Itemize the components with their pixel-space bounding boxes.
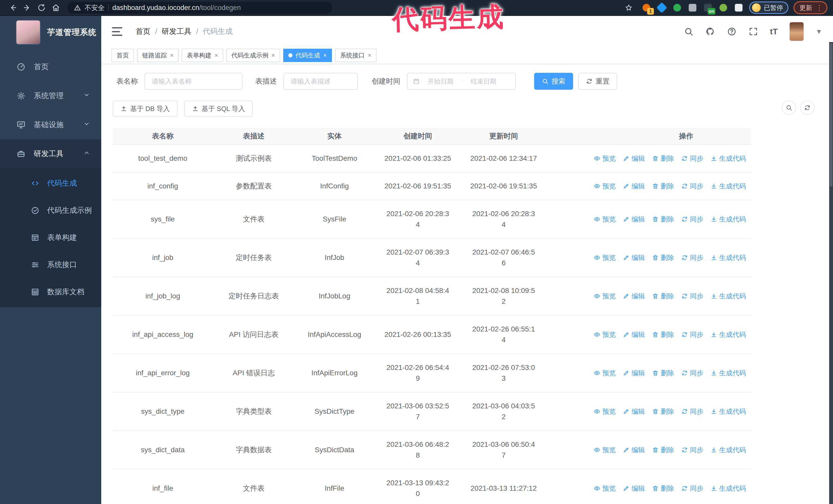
delete-link[interactable]: 删除 <box>652 483 674 494</box>
browser-forward-button[interactable] <box>20 1 34 15</box>
extension-blue-gem-icon[interactable] <box>657 2 667 13</box>
generate-code-link[interactable]: 生成代码 <box>711 329 746 340</box>
extension-orange-icon[interactable]: 1 <box>641 2 652 13</box>
delete-link[interactable]: 删除 <box>652 181 674 192</box>
sync-link[interactable]: 同步 <box>681 291 703 302</box>
browser-profile-badge[interactable]: 已暂停 <box>749 2 788 14</box>
hamburger-icon[interactable] <box>112 27 122 36</box>
tab-close-icon[interactable]: × <box>323 52 327 59</box>
edit-link[interactable]: 编辑 <box>623 153 645 164</box>
extension-grid-icon[interactable] <box>687 2 698 13</box>
browser-menu-icon[interactable]: ⋮ <box>816 4 823 12</box>
tab-0[interactable]: 首页 <box>112 49 134 62</box>
tab-close-icon[interactable]: × <box>170 52 173 59</box>
refresh-list-button[interactable] <box>800 100 814 115</box>
sync-link[interactable]: 同步 <box>681 445 703 455</box>
tab-2[interactable]: 表单构建× <box>182 49 223 62</box>
extension-puzzle-icon[interactable] <box>733 2 744 13</box>
sidebar-item-2[interactable]: 基础设施 <box>0 110 101 139</box>
generate-code-link[interactable]: 生成代码 <box>711 483 746 494</box>
avatar-caret-icon[interactable]: ▼ <box>815 28 822 35</box>
start-date-input[interactable] <box>424 78 457 85</box>
delete-link[interactable]: 删除 <box>652 291 674 302</box>
preview-link[interactable]: 预览 <box>594 214 616 224</box>
generate-code-link[interactable]: 生成代码 <box>711 291 746 302</box>
sync-link[interactable]: 同步 <box>681 153 703 164</box>
delete-link[interactable]: 删除 <box>652 445 674 455</box>
submenu-item-4[interactable]: 数据库文档 <box>0 279 101 306</box>
submenu-item-0[interactable]: 代码生成 <box>0 170 101 197</box>
browser-back-button[interactable] <box>6 1 20 15</box>
browser-reload-button[interactable] <box>34 1 49 15</box>
preview-link[interactable]: 预览 <box>594 291 616 302</box>
edit-link[interactable]: 编辑 <box>623 329 645 340</box>
scrollbar-thumb[interactable] <box>830 43 832 187</box>
import-db-button[interactable]: 基于 DB 导入 <box>113 100 177 117</box>
submenu-item-2[interactable]: 表单构建 <box>0 224 101 251</box>
preview-link[interactable]: 预览 <box>594 406 616 417</box>
preview-link[interactable]: 预览 <box>594 483 616 494</box>
generate-code-link[interactable]: 生成代码 <box>711 252 746 263</box>
delete-link[interactable]: 删除 <box>652 406 674 417</box>
tab-close-icon[interactable]: × <box>215 52 218 59</box>
submenu-item-1[interactable]: 代码生成示例 <box>0 197 101 224</box>
delete-link[interactable]: 删除 <box>652 252 674 263</box>
edit-link[interactable]: 编辑 <box>623 368 645 378</box>
address-bar[interactable]: 不安全 dashboard.yudao.iocoder.cn/tool/code… <box>67 2 332 14</box>
tab-close-icon[interactable]: × <box>271 52 275 59</box>
edit-link[interactable]: 编辑 <box>623 445 645 455</box>
sync-link[interactable]: 同步 <box>681 368 703 378</box>
extension-dark-on-icon[interactable]: on <box>703 2 713 13</box>
page-scrollbar[interactable] <box>829 42 833 504</box>
extension-green-key-icon[interactable] <box>718 2 729 13</box>
search-button[interactable]: 搜索 <box>534 73 573 90</box>
insecure-label[interactable]: 不安全 <box>85 3 104 12</box>
table-desc-input[interactable] <box>284 73 358 90</box>
bookmark-star-icon[interactable] <box>622 1 636 15</box>
generate-code-link[interactable]: 生成代码 <box>711 368 746 378</box>
sync-link[interactable]: 同步 <box>681 406 703 417</box>
tab-3[interactable]: 代码生成示例× <box>226 49 280 62</box>
app-logo[interactable]: 芋道管理系统 <box>0 16 101 49</box>
user-avatar[interactable] <box>789 22 804 41</box>
generate-code-link[interactable]: 生成代码 <box>711 153 746 164</box>
breadcrumb-devtools[interactable]: 研发工具 <box>162 26 191 37</box>
browser-update-button[interactable]: 更新 ⋮ <box>793 1 827 14</box>
help-icon[interactable] <box>727 27 737 37</box>
generate-code-link[interactable]: 生成代码 <box>711 445 746 455</box>
generate-code-link[interactable]: 生成代码 <box>711 406 746 417</box>
generate-code-link[interactable]: 生成代码 <box>711 181 746 192</box>
delete-link[interactable]: 删除 <box>652 368 674 378</box>
edit-link[interactable]: 编辑 <box>623 181 645 192</box>
import-sql-button[interactable]: 基于 SQL 导入 <box>184 100 253 117</box>
sync-link[interactable]: 同步 <box>681 252 703 263</box>
sync-link[interactable]: 同步 <box>681 214 703 224</box>
delete-link[interactable]: 删除 <box>652 153 674 164</box>
sidebar-item-1[interactable]: 系统管理 <box>0 81 101 110</box>
preview-link[interactable]: 预览 <box>594 445 616 455</box>
submenu-item-3[interactable]: 系统接口 <box>0 251 101 279</box>
toggle-search-button[interactable] <box>782 100 796 115</box>
fullscreen-icon[interactable] <box>748 27 758 37</box>
table-name-input[interactable] <box>145 73 242 90</box>
tab-close-icon[interactable]: × <box>368 52 372 59</box>
browser-home-button[interactable] <box>49 1 63 15</box>
edit-link[interactable]: 编辑 <box>623 291 645 302</box>
edit-link[interactable]: 编辑 <box>623 214 645 224</box>
edit-link[interactable]: 编辑 <box>623 406 645 417</box>
edit-link[interactable]: 编辑 <box>623 483 645 494</box>
sync-link[interactable]: 同步 <box>681 181 703 192</box>
preview-link[interactable]: 预览 <box>594 153 616 164</box>
tab-4[interactable]: 代码生成× <box>283 49 332 62</box>
sidebar-item-0[interactable]: 首页 <box>0 52 101 81</box>
preview-link[interactable]: 预览 <box>594 252 616 263</box>
github-icon[interactable] <box>705 27 715 37</box>
sync-link[interactable]: 同步 <box>681 483 703 494</box>
tab-1[interactable]: 链路追踪× <box>137 49 178 62</box>
edit-link[interactable]: 编辑 <box>623 252 645 263</box>
preview-link[interactable]: 预览 <box>594 368 616 378</box>
font-size-icon[interactable]: tT <box>770 27 778 37</box>
delete-link[interactable]: 删除 <box>652 214 674 224</box>
extension-green-check-icon[interactable] <box>672 2 683 13</box>
tab-5[interactable]: 系统接口× <box>335 49 377 62</box>
